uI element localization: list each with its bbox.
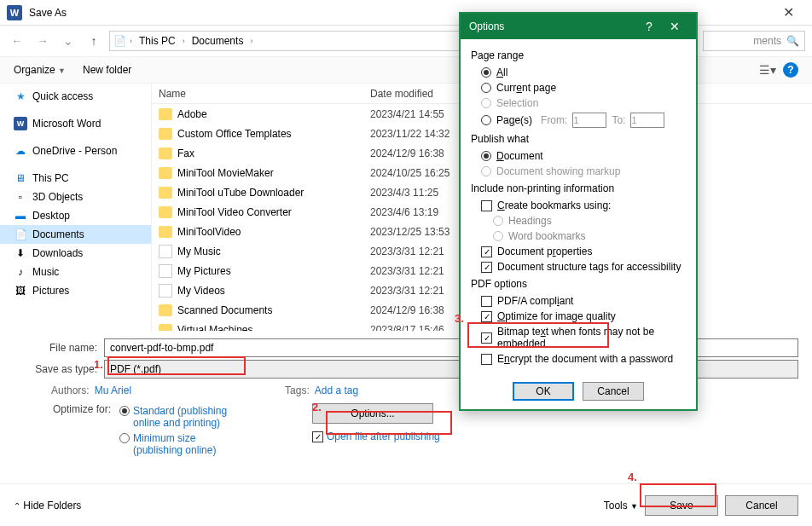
radio-disabled-icon [493,216,503,226]
folder-icon [159,167,172,179]
annotation-label-1: 1. [94,358,103,371]
encrypt-checkbox[interactable]: Encrypt the document with a password [471,351,686,367]
tree-desktop[interactable]: ▬Desktop [0,206,151,225]
shortcut-icon [159,284,172,298]
tags-value[interactable]: Add a tag [315,384,358,396]
filename-label: File name: [0,342,104,354]
nav-recent-icon[interactable]: ⌄ [58,31,78,51]
cancel-button[interactable]: Cancel [725,495,798,516]
folder-icon [159,206,172,218]
column-name[interactable]: Name [152,88,370,100]
radio-on-icon [481,151,491,161]
tree-quick-access[interactable]: ★Quick access [0,87,151,106]
checkbox-checked-icon [481,311,492,322]
tree-microsoft-word[interactable]: WMicrosoft Word [0,114,151,133]
file-date: 2023/4/3 11:25 [370,187,464,199]
publish-document-radio[interactable]: Document [471,148,686,164]
optimize-standard-radio[interactable]: Standard (publishing online and printing… [119,405,252,429]
annotation-label-4: 4. [628,471,637,483]
bitmap-text-checkbox[interactable]: Bitmap text when fonts may not be embedd… [471,324,686,351]
headings-radio: Headings [471,213,686,228]
dialog-cancel-button[interactable]: Cancel [583,382,644,401]
chevron-up-icon: ⌃ [14,501,20,511]
nav-up-icon[interactable]: ↑ [84,31,104,51]
chevron-down-icon: ▼ [58,66,66,75]
folder-icon [159,226,172,238]
page-range-group: Page range [471,49,686,61]
tree-this-pc[interactable]: 🖥This PC [0,169,151,188]
folder-icon: 📄 [113,35,126,47]
column-date[interactable]: Date modified [370,88,464,100]
nav-tree[interactable]: ★Quick access WMicrosoft Word ☁OneDrive … [0,84,152,331]
annotation-label-3: 3. [455,312,464,325]
radio-off-icon [481,83,491,93]
file-date: 2023/3/31 12:21 [370,285,464,297]
tree-documents[interactable]: 📄Documents [0,225,151,244]
tree-downloads[interactable]: ⬇Downloads [0,244,151,263]
search-icon: 🔍 [786,35,799,47]
page-from-input[interactable] [572,113,606,128]
options-dialog: Options ? ✕ Page range All Current page … [459,12,698,411]
tree-pictures[interactable]: 🖼Pictures [0,281,151,300]
file-date: 2023/3/31 12:21 [370,246,464,257]
optimize-minimum-radio[interactable]: Minimum size (publishing online) [119,432,252,456]
options-button[interactable]: Options... [312,403,433,424]
tree-3d-objects[interactable]: ▫3D Objects [0,188,151,206]
hide-folders-toggle[interactable]: ⌃ Hide Folders [14,500,81,512]
search-input[interactable]: ments 🔍 [703,31,805,51]
organize-menu[interactable]: Organize ▼ [14,64,66,76]
radio-on-icon [481,67,491,78]
dialog-ok-button[interactable]: OK [513,382,574,401]
tools-menu[interactable]: Tools ▼ [604,500,638,512]
close-icon[interactable]: ✕ [771,1,805,25]
file-date: 2023/4/21 14:55 [370,108,464,120]
doc-properties-checkbox[interactable]: Document properties [471,244,686,259]
nav-back-icon[interactable]: ← [7,31,27,51]
authors-value[interactable]: Mu Ariel [95,384,131,396]
dialog-help-icon[interactable]: ? [636,20,662,33]
pdfa-checkbox[interactable]: PDF/A compliant [471,293,686,309]
file-name: Virtual Machines [177,324,253,332]
chevron-right-icon: › [183,37,185,45]
folder-icon [159,147,172,159]
chevron-right-icon: › [130,37,132,45]
checkbox-icon [481,200,492,211]
cloud-icon: ☁ [14,144,27,158]
page-to-input[interactable] [630,113,664,128]
checkbox-checked-icon [481,332,492,344]
search-placeholder: ments [753,35,781,47]
save-button[interactable]: Save [645,495,718,516]
optimize-image-checkbox[interactable]: Optimize for image quality [471,309,686,324]
word-icon: W [14,117,27,130]
page-pages-radio[interactable]: Page(s) From: To: [471,111,686,130]
radio-disabled-icon [481,98,491,108]
dialog-close-icon[interactable]: ✕ [662,20,687,33]
file-name: MiniTool MovieMaker [177,167,274,179]
path-seg-documents[interactable]: Documents [188,35,247,47]
nonprinting-group: Include non-printing information [471,182,686,194]
pdf-options-group: PDF options [471,278,686,290]
open-after-checkbox[interactable]: Open file after publishing [312,431,440,442]
tree-onedrive[interactable]: ☁OneDrive - Person [0,142,151,160]
file-name: Adobe [177,108,207,120]
file-date: 2024/12/9 16:38 [370,147,464,159]
tags-label: Tags: [285,384,310,396]
new-folder-button[interactable]: New folder [83,64,131,76]
file-name: My Pictures [177,265,231,277]
cube-icon: ▫ [14,190,27,204]
path-seg-thispc[interactable]: This PC [136,35,179,47]
nav-forward-icon[interactable]: → [32,31,53,51]
view-options-icon[interactable]: ☰▾ [759,63,776,77]
folder-icon [159,187,172,199]
folder-icon [159,108,172,120]
file-name: MiniTool Video Converter [177,206,292,218]
file-name: Custom Office Templates [177,128,292,140]
checkbox-icon [481,354,492,365]
download-icon: ⬇ [14,246,27,260]
page-current-radio[interactable]: Current page [471,80,686,95]
create-bookmarks-checkbox[interactable]: Create bookmarks using: [471,198,686,213]
help-icon[interactable]: ? [783,62,798,78]
page-all-radio[interactable]: All [471,65,686,80]
tree-music[interactable]: ♪Music [0,263,151,281]
doc-tags-checkbox[interactable]: Document structure tags for accessibilit… [471,259,686,275]
